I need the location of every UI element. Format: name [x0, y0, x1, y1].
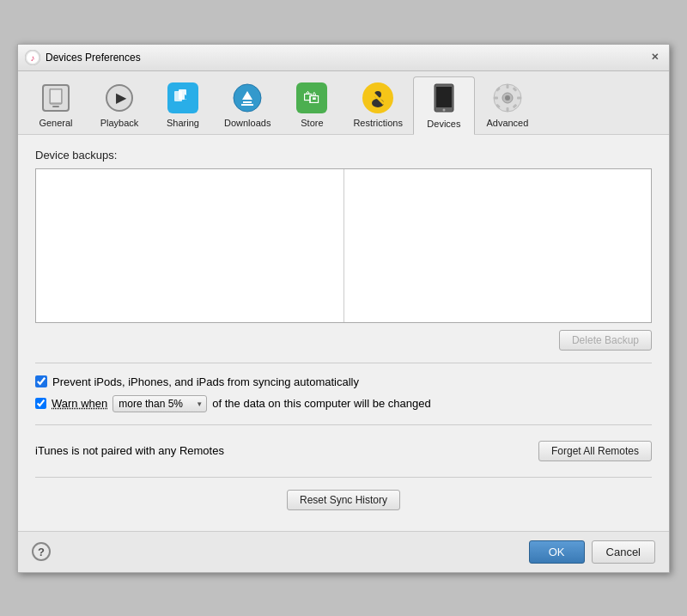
- backup-list-col-2: [344, 169, 652, 322]
- reset-sync-button[interactable]: Reset Sync History: [287, 490, 400, 510]
- forget-remotes-button[interactable]: Forget All Remotes: [538, 441, 652, 461]
- prevent-sync-row: Prevent iPods, iPhones, and iPads from s…: [35, 375, 652, 388]
- device-backups-label: Device backups:: [35, 149, 652, 162]
- svg-marker-8: [185, 95, 190, 100]
- divider-3: [35, 477, 652, 478]
- svg-rect-22: [506, 84, 508, 88]
- warn-dropdown-wrapper: more than 1% more than 5% more than 10% …: [112, 395, 207, 412]
- downloads-icon: [231, 82, 264, 114]
- svg-rect-25: [517, 96, 521, 99]
- tab-sharing-label: Sharing: [167, 118, 199, 128]
- sharing-icon: [167, 82, 199, 114]
- svg-text:♪: ♪: [31, 53, 35, 63]
- tab-downloads[interactable]: Downloads: [216, 76, 279, 134]
- devices-icon: [428, 82, 460, 115]
- backup-list: [35, 168, 652, 323]
- svg-rect-23: [506, 107, 508, 112]
- general-icon: [40, 82, 72, 114]
- tab-advanced[interactable]: Advanced: [477, 76, 538, 134]
- preferences-window: ♪ Devices Preferences ✕ General: [17, 44, 670, 573]
- tab-store-label: Store: [301, 118, 323, 128]
- warn-when-checkbox[interactable]: [35, 398, 46, 409]
- reset-sync-row: Reset Sync History: [35, 490, 652, 510]
- tab-devices-label: Devices: [427, 119, 460, 129]
- delete-backup-button[interactable]: Delete Backup: [559, 330, 652, 351]
- svg-rect-4: [52, 106, 59, 107]
- divider-1: [35, 363, 652, 363]
- bottom-right-buttons: OK Cancel: [529, 540, 655, 564]
- prevent-sync-checkbox[interactable]: [35, 375, 47, 387]
- window-title: Devices Preferences: [46, 52, 141, 64]
- remotes-row: iTunes is not paired with any Remotes Fo…: [35, 437, 652, 465]
- svg-point-18: [442, 108, 445, 111]
- delete-backup-row: Delete Backup: [35, 330, 652, 351]
- tab-devices[interactable]: Devices: [413, 76, 475, 135]
- ok-button[interactable]: OK: [529, 540, 585, 564]
- backup-list-col-1: [36, 169, 344, 322]
- tab-downloads-label: Downloads: [224, 118, 271, 128]
- title-bar: ♪ Devices Preferences ✕: [18, 45, 669, 71]
- tab-sharing[interactable]: Sharing: [152, 76, 214, 134]
- bottom-bar: ? OK Cancel: [18, 531, 669, 572]
- svg-rect-5: [51, 90, 61, 102]
- help-button[interactable]: ?: [32, 542, 51, 561]
- tab-advanced-label: Advanced: [486, 118, 528, 128]
- remotes-text: iTunes is not paired with any Remotes: [35, 444, 224, 457]
- content-area: Device backups: Delete Backup Prevent iP…: [18, 135, 669, 531]
- warn-dropdown[interactable]: more than 1% more than 5% more than 10% …: [112, 395, 207, 412]
- svg-rect-17: [436, 87, 452, 107]
- warn-when-label: Warn when: [52, 397, 107, 410]
- svg-rect-12: [241, 104, 253, 106]
- title-bar-left: ♪ Devices Preferences: [25, 50, 141, 65]
- close-button[interactable]: ✕: [647, 50, 662, 65]
- playback-icon: ▶: [103, 82, 136, 114]
- cancel-button[interactable]: Cancel: [592, 540, 655, 564]
- warn-suffix-label: of the data on this computer will be cha…: [212, 397, 430, 410]
- tab-general[interactable]: General: [25, 76, 87, 134]
- store-icon: 🛍: [295, 82, 328, 114]
- tab-general-label: General: [39, 118, 72, 128]
- divider-2: [35, 424, 652, 425]
- restrictions-icon: [362, 82, 394, 114]
- warn-row: Warn when more than 1% more than 5% more…: [35, 395, 652, 412]
- prevent-sync-label: Prevent iPods, iPhones, and iPads from s…: [52, 375, 359, 388]
- tab-playback[interactable]: ▶ Playback: [88, 76, 150, 134]
- tab-restrictions-label: Restrictions: [353, 118, 402, 128]
- toolbar: General ▶ Playback Sh: [18, 71, 669, 135]
- itunes-icon: ♪: [25, 50, 40, 65]
- advanced-icon: [491, 82, 524, 114]
- tab-store[interactable]: 🛍 Store: [281, 76, 343, 134]
- svg-point-21: [505, 95, 510, 101]
- svg-rect-11: [243, 101, 252, 103]
- svg-rect-24: [494, 96, 498, 99]
- tab-playback-label: Playback: [100, 118, 139, 128]
- tab-restrictions[interactable]: Restrictions: [344, 76, 410, 134]
